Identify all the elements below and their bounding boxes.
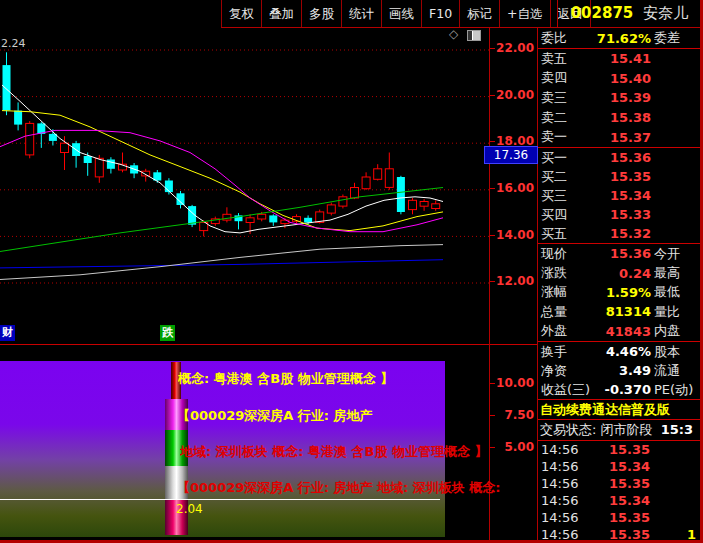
sell-level-label: 卖一 — [541, 128, 567, 146]
weibi-row: 委比 71.62% 委差 — [538, 28, 700, 49]
info-row: 涨跌 0.24 最高 — [538, 263, 700, 282]
fin-label: 换手 — [541, 343, 567, 361]
toolbar-button[interactable]: 叠加 — [261, 0, 302, 27]
tick-time: 14:56 — [541, 510, 585, 525]
main-candlestick-chart[interactable]: 2.24 — [0, 28, 489, 345]
info-right-label: 最低 — [654, 283, 700, 301]
sell-level-label: 卖四 — [541, 69, 567, 87]
tick-time: 14:56 — [541, 442, 585, 457]
toolbar-button[interactable]: F10 — [421, 0, 460, 27]
buy-order-row: 买三 15.34 — [538, 186, 700, 205]
tick-time: 14:56 — [541, 459, 585, 474]
info-label: 涨跌 — [541, 264, 567, 282]
toolbar-button[interactable]: 标记 — [459, 0, 500, 27]
toolbar-button[interactable]: 复权 — [221, 0, 262, 27]
price-axis-label: 12.00 — [490, 274, 536, 288]
tick-row: 14:56 15.35 — [538, 509, 700, 526]
weibi-label: 委比 — [541, 29, 567, 47]
tab-financial[interactable]: 财 — [0, 325, 15, 341]
fin-label: 收益(三) — [541, 381, 590, 399]
fin-value: 4.46% — [567, 344, 651, 359]
tick-price: 15.34 — [585, 459, 650, 474]
sell-order-row: 卖一 15.37 — [538, 127, 700, 147]
info-row: 涨幅 1.59% 最低 — [538, 283, 700, 302]
sell-order-row: 卖五 15.41 — [538, 49, 700, 69]
fin-right-label: PE(动) — [654, 381, 700, 399]
info-value: 1.59% — [567, 285, 651, 300]
panel-divider — [0, 344, 538, 345]
toolbar-button[interactable]: 多股 — [301, 0, 342, 27]
tick-list[interactable]: 14:56 15.35 14:56 15.34 14:56 15.35 — [538, 440, 700, 543]
sell-price: 15.39 — [567, 90, 651, 105]
tick-row: 14:56 15.34 — [538, 458, 700, 475]
stock-code: 002875 — [571, 4, 634, 22]
sell-orders: 卖五 15.41 卖四 15.40 卖三 15.39 卖二 — [538, 49, 700, 147]
fin-label: 净资 — [541, 362, 567, 380]
tick-price: 15.35 — [585, 442, 650, 457]
info-row: 外盘 41843 内盘 — [538, 322, 700, 341]
fin-row: 换手 4.46% 股本 — [538, 342, 700, 361]
info-right-label: 量比 — [654, 303, 700, 321]
tdx-stock-app: 复权 叠加 多股 统计 画线 F10 标记 +自选 返回 002875 安奈儿 … — [0, 0, 703, 543]
buy-order-row: 买一 15.36 — [538, 148, 700, 167]
fin-value: 3.49 — [567, 363, 651, 378]
buy-price: 15.36 — [567, 150, 651, 165]
price-axis-label: 14.00 — [490, 228, 536, 242]
toolbar-button[interactable]: +自选 — [499, 0, 550, 27]
sell-order-row: 卖二 15.38 — [538, 108, 700, 128]
buy-order-row: 买五 15.32 — [538, 224, 700, 243]
status-value: 闭市阶段 — [601, 422, 653, 437]
sell-order-row: 卖三 15.39 — [538, 88, 700, 108]
price-axis-label: 16.00 — [490, 181, 536, 195]
stock-title: 002875 安奈儿 — [557, 0, 701, 27]
info-row: 总量 81314 量比 — [538, 302, 700, 321]
trade-status-row: 交易状态: 闭市阶段 15:3 — [538, 419, 700, 440]
tick-time: 14:56 — [541, 493, 585, 508]
info-row: 现价 15.36 今开 — [538, 244, 700, 263]
info-value: 15.36 — [567, 246, 651, 261]
price-axis-label: 22.00 — [490, 41, 536, 55]
buy-price: 15.35 — [567, 169, 651, 184]
lower-info-line: 概念: 粤港澳 含B股 物业管理概念 】 — [178, 370, 508, 388]
sell-price: 15.37 — [567, 130, 651, 145]
status-label: 交易状态: — [540, 422, 596, 437]
fin-row: 净资 3.49 流通 — [538, 361, 700, 380]
sell-level-label: 卖三 — [541, 89, 567, 107]
buy-orders: 买一 15.36 买二 15.35 买三 15.34 买四 — [538, 147, 700, 243]
crosshair-price-badge: 17.36 — [484, 146, 538, 164]
buy-level-label: 买四 — [541, 206, 567, 224]
financial-info: 换手 4.46% 股本 净资 3.49 流通 收益(三) -0.370 PE(动… — [538, 341, 700, 399]
toolbar-button[interactable]: 统计 — [341, 0, 382, 27]
tick-price: 15.34 — [585, 493, 650, 508]
ad-banner[interactable]: 自动续费通达信普及版 — [538, 399, 700, 419]
info-label: 外盘 — [541, 322, 567, 340]
sell-price: 15.38 — [567, 110, 651, 125]
price-axis-label: 20.00 — [490, 88, 536, 102]
info-right-label: 内盘 — [654, 322, 700, 340]
tab-decline[interactable]: 跌 — [160, 325, 175, 341]
quote-panel: 委比 71.62% 委差 卖五 15.41 卖四 15.40 — [538, 28, 700, 543]
fin-right-label: 流通 — [654, 362, 700, 380]
tick-row: 14:56 15.35 — [538, 475, 700, 492]
lower-price-label: 2.04 — [176, 502, 203, 516]
info-label: 涨幅 — [541, 283, 567, 301]
info-label: 总量 — [541, 303, 567, 321]
fin-row: 收益(三) -0.370 PE(动) — [538, 380, 700, 399]
buy-price: 15.32 — [567, 226, 651, 241]
buy-level-label: 买二 — [541, 168, 567, 186]
buy-price: 15.34 — [567, 188, 651, 203]
tick-row: 14:56 15.35 — [538, 441, 700, 458]
status-time: 15:3 — [661, 422, 693, 437]
info-value: 41843 — [567, 324, 651, 339]
buy-level-label: 买三 — [541, 187, 567, 205]
lower-info-line: 【000029深深房A 行业: 房地产 — [177, 407, 507, 425]
tick-row: 14:56 15.34 — [538, 492, 700, 509]
tick-price: 15.35 — [585, 476, 650, 491]
weicha-label: 委差 — [654, 29, 700, 47]
buy-level-label: 买五 — [541, 225, 567, 243]
fin-value: -0.370 — [590, 382, 651, 397]
info-label: 现价 — [541, 245, 567, 263]
toolbar-button[interactable]: 画线 — [381, 0, 422, 27]
lower-info-line: 【000029深深房A 行业: 房地产 地域: 深圳板块 概念: — [177, 479, 533, 497]
info-value: 81314 — [567, 304, 651, 319]
